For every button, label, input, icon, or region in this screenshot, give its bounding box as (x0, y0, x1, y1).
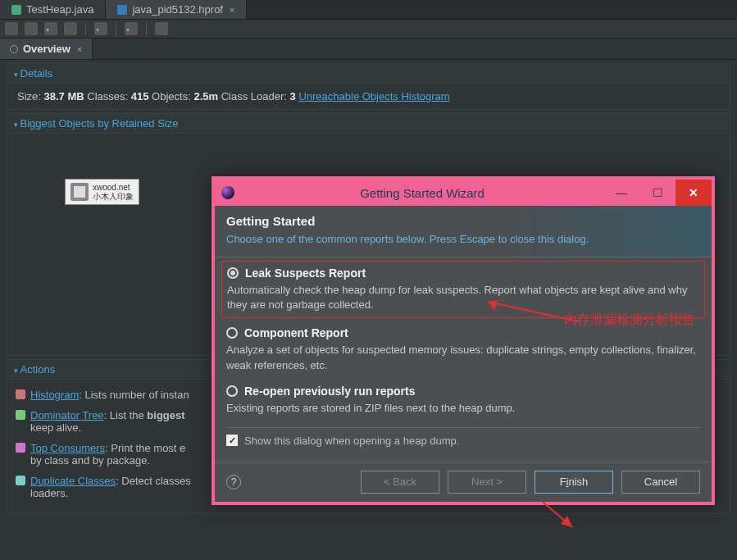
objects-label: Objects: (152, 90, 191, 102)
close-button[interactable]: ✕ (676, 180, 712, 206)
svg-marker-1 (488, 300, 498, 310)
biggest-header[interactable]: Biggest Objects by Retained Size (7, 114, 730, 134)
radio-icon[interactable] (226, 385, 238, 397)
opt-desc: Automatically check the heap dump for le… (227, 283, 699, 312)
tool-tree-icon[interactable] (44, 22, 57, 35)
opt-label: Re-open previously run reports (244, 385, 415, 398)
dialog-sub: Choose one of the common reports below. … (226, 233, 700, 245)
toolbar-separator (116, 22, 116, 35)
classes-value: 415 (131, 90, 149, 102)
watermark-line1: xwood.net (93, 183, 134, 192)
top-link[interactable]: Top Consumers (30, 442, 105, 454)
cancel-button[interactable]: Cancel (621, 471, 700, 494)
loader-label: Class Loader: (221, 90, 287, 102)
toolbar-separator (146, 22, 147, 35)
opt-label: Leak Suspects Report (245, 266, 366, 280)
dominator-icon (16, 410, 25, 420)
watermark-logo: xwood.net 小木人印象 (65, 179, 139, 205)
file-tab-bar: TestHeap.java java_pid5132.hprof × (0, 0, 737, 20)
annotation-arrow-icon (535, 498, 584, 537)
radio-icon[interactable] (226, 327, 238, 339)
dup-desc: : Detect classes (116, 475, 191, 487)
getting-started-dialog: Getting Started Wizard — ☐ ✕ Getting Sta… (212, 176, 715, 505)
option-leak-suspects[interactable]: Leak Suspects Report Automatically check… (221, 261, 705, 318)
annotation-arrow-icon (480, 297, 578, 330)
minimize-button[interactable]: — (603, 180, 639, 206)
loader-value: 3 (290, 90, 296, 102)
dialog-title: Getting Started Wizard (241, 186, 603, 200)
top-desc2: by class and by package. (30, 454, 150, 467)
top-consumers-icon (16, 443, 25, 453)
file-tab-hprof[interactable]: java_pid5132.hprof × (106, 0, 247, 19)
dialog-body: Leak Suspects Report Automatically check… (215, 257, 712, 462)
tool-search-icon[interactable] (155, 22, 168, 35)
finish-button[interactable]: Finish (535, 471, 613, 494)
dup-link[interactable]: Duplicate Classes (30, 475, 116, 487)
checkbox-icon[interactable]: ✓ (226, 435, 238, 446)
annotation-text: 内存泄漏检测分析报告 (564, 312, 695, 329)
option-component-report[interactable]: Component Report Analyze a set of object… (226, 326, 700, 372)
dialog-header: Getting Started Choose one of the common… (215, 206, 712, 257)
opt-desc: Existing reports are stored in ZIP files… (226, 401, 700, 416)
dup-desc2: loaders. (30, 487, 68, 499)
size-value: 38.7 MB (44, 90, 84, 102)
opt-label: Component Report (244, 326, 348, 339)
info-icon (10, 45, 18, 53)
show-dialog-checkbox-row[interactable]: ✓ Show this dialog when opening a heap d… (226, 427, 700, 453)
view-tab-bar: Overview × (0, 39, 737, 60)
back-button[interactable]: < Back (361, 471, 439, 494)
close-icon[interactable]: × (77, 44, 82, 54)
histogram-link[interactable]: Histogram (30, 389, 79, 401)
duplicate-icon (16, 476, 25, 485)
details-body: Size: 38.7 MB Classes: 415 Objects: 2.5m… (7, 84, 730, 109)
tool-histogram-icon[interactable] (25, 22, 38, 35)
toolbar-separator (85, 22, 86, 35)
editor-toolbar (0, 20, 737, 39)
overview-tab-label: Overview (23, 43, 71, 55)
watermark-line2: 小木人印象 (93, 192, 134, 201)
tool-query-icon[interactable] (94, 22, 107, 35)
file-tab-label: TestHeap.java (26, 3, 93, 16)
robot-icon (71, 183, 89, 201)
java-file-icon (11, 5, 21, 15)
svg-marker-3 (561, 516, 572, 527)
histogram-desc: : Lists number of instan (79, 389, 189, 401)
size-label: Size: (17, 90, 41, 102)
tool-info-icon[interactable] (5, 22, 18, 35)
maximize-button[interactable]: ☐ (639, 180, 676, 206)
top-desc: : Print the most e (105, 442, 185, 454)
tool-report-icon[interactable] (125, 22, 138, 35)
opt-desc: Analyze a set of objects for suspected m… (226, 343, 700, 372)
dominator-desc1: : List the (104, 409, 148, 421)
eclipse-icon (221, 186, 234, 199)
tool-gc-icon[interactable] (64, 22, 77, 35)
next-button[interactable]: Next > (448, 471, 526, 494)
hprof-file-icon (117, 5, 127, 15)
checkbox-label: Show this dialog when opening a heap dum… (244, 435, 459, 447)
details-panel: Details Size: 38.7 MB Classes: 415 Objec… (7, 63, 730, 110)
close-icon[interactable]: × (230, 5, 234, 15)
dominator-bold: biggest (147, 409, 184, 421)
dialog-titlebar[interactable]: Getting Started Wizard — ☐ ✕ (215, 180, 712, 206)
file-tab-testheap[interactable]: TestHeap.java (0, 0, 106, 19)
objects-value: 2.5m (193, 90, 218, 102)
radio-icon[interactable] (227, 267, 239, 279)
dialog-heading: Getting Started (226, 214, 700, 228)
classes-label: Classes: (87, 90, 128, 102)
help-icon[interactable]: ? (226, 475, 241, 489)
option-reopen-reports[interactable]: Re-open previously run reports Existing … (226, 385, 700, 416)
dominator-link[interactable]: Dominator Tree (30, 409, 104, 421)
histogram-icon (16, 389, 25, 399)
dominator-desc2: keep alive. (30, 421, 81, 434)
details-header[interactable]: Details (7, 64, 730, 84)
dialog-footer: ? < Back Next > Finish Cancel (215, 462, 712, 502)
file-tab-label: java_pid5132.hprof (132, 3, 223, 16)
overview-tab[interactable]: Overview × (0, 39, 93, 59)
unreachable-link[interactable]: Unreachable Objects Histogram (298, 90, 449, 102)
